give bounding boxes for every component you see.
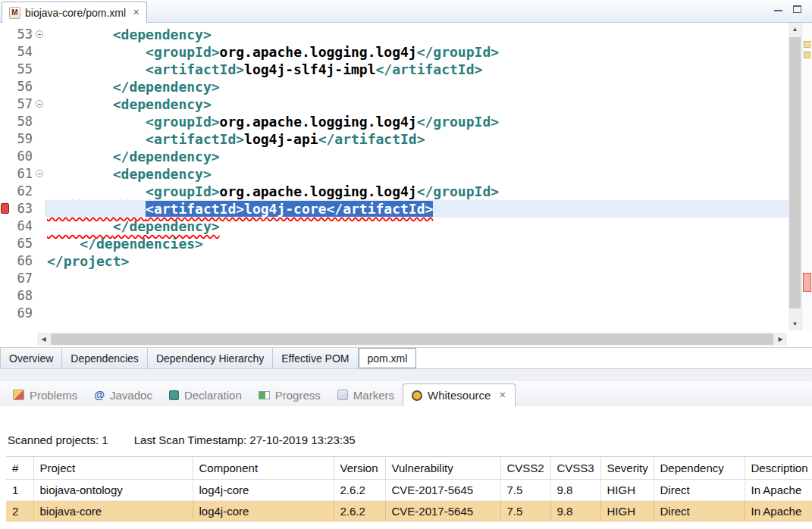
code-text[interactable] <box>45 287 788 305</box>
page-tab-effective-pom[interactable]: Effective POM <box>273 348 358 368</box>
sash-divider[interactable] <box>0 369 812 381</box>
code-text[interactable]: </dependencies> <box>45 235 788 252</box>
fold-collapse-icon[interactable] <box>36 30 43 38</box>
code-segment: </groupId> <box>417 183 499 199</box>
code-text[interactable]: <groupId>org.apache.logging.log4j</group… <box>45 43 788 61</box>
column-header-severity[interactable]: Severity <box>600 457 654 480</box>
page-tab-dependency-hierarchy[interactable]: Dependency Hierarchy <box>148 348 273 368</box>
scroll-left-arrow-icon[interactable]: ◀ <box>37 333 50 346</box>
code-line[interactable]: 55 <artifactId>log4j-slf4j-impl</artifac… <box>0 61 788 78</box>
table-cell: log4j-core <box>193 501 334 522</box>
code-line[interactable]: 63 <artifactId>log4j-core</artifactId> <box>0 200 788 218</box>
fold-collapse-icon[interactable] <box>36 100 43 108</box>
annotation-gutter <box>0 130 10 148</box>
scroll-up-arrow-icon[interactable]: ▲ <box>788 23 801 36</box>
column-header-cvss3[interactable]: CVSS3 <box>550 457 600 480</box>
code-line[interactable]: 54 <groupId>org.apache.logging.log4j</gr… <box>0 43 788 61</box>
code-segment: log4j-slf4j-impl <box>244 61 375 77</box>
code-line[interactable]: 60 </dependency> <box>0 148 788 165</box>
code-text[interactable]: <dependency> <box>45 165 788 183</box>
vertical-scroll-thumb[interactable] <box>789 37 801 308</box>
line-number: 65 <box>10 235 33 252</box>
code-segment: org.apache.logging.log4j <box>220 44 417 60</box>
line-number: 59 <box>10 130 33 148</box>
scroll-down-arrow-icon[interactable]: ▼ <box>788 318 801 330</box>
column-header-dependency[interactable]: Dependency <box>654 457 745 480</box>
code-text[interactable]: </dependency> <box>45 218 788 235</box>
horizontal-scroll-thumb[interactable] <box>51 333 773 345</box>
code-text[interactable]: </project> <box>45 252 788 270</box>
error-annotation-mark-icon[interactable] <box>803 273 811 292</box>
code-line[interactable]: 56 </dependency> <box>0 78 788 95</box>
code-line[interactable]: 58 <groupId>org.apache.logging.log4j</gr… <box>0 113 788 130</box>
code-text[interactable]: </dependency> <box>45 148 788 165</box>
fold-gutter <box>33 252 45 270</box>
page-tab-overview[interactable]: Overview <box>0 348 62 368</box>
xml-editor[interactable]: 53 <dependency>54 <groupId>org.apache.lo… <box>0 23 812 330</box>
code-text[interactable]: <artifactId>log4j-api</artifactId> <box>45 130 788 148</box>
code-line[interactable]: 57 <dependency> <box>0 95 788 113</box>
close-icon[interactable]: ✕ <box>133 8 140 17</box>
table-row[interactable]: 2biojava-corelog4j-core2.6.2CVE-2017-564… <box>6 501 812 522</box>
code-line[interactable]: 61 <dependency> <box>0 165 788 183</box>
error-marker-icon[interactable] <box>1 203 9 214</box>
column-header--[interactable]: # <box>6 457 33 480</box>
code-line[interactable]: 62 <groupId>org.apache.logging.log4j</gr… <box>0 183 788 200</box>
code-text[interactable]: <dependency> <box>45 26 788 43</box>
horizontal-scroll-track[interactable] <box>50 333 774 346</box>
annotation-gutter <box>0 165 10 183</box>
code-line[interactable]: 65 </dependencies> <box>0 235 788 252</box>
code-segment <box>47 218 113 234</box>
code-line[interactable]: 53 <dependency> <box>0 26 788 43</box>
code-line[interactable]: 59 <artifactId>log4j-api</artifactId> <box>0 130 788 148</box>
maximize-icon[interactable] <box>793 5 801 13</box>
view-tab-markers[interactable]: Markers <box>329 383 403 406</box>
page-tab-dependencies[interactable]: Dependencies <box>62 348 148 368</box>
annotation-mark-icon[interactable] <box>804 52 810 58</box>
view-tab-declaration[interactable]: Declaration <box>161 383 250 406</box>
fold-gutter <box>33 43 45 61</box>
code-text[interactable] <box>45 305 788 322</box>
vertical-scrollbar[interactable]: ▲ ▼ <box>788 23 801 330</box>
code-text[interactable]: <dependency> <box>45 95 788 113</box>
column-header-cvss2[interactable]: CVSS2 <box>500 457 550 480</box>
page-tab-pom-xml[interactable]: pom.xml <box>359 348 417 368</box>
column-header-description[interactable]: Description <box>745 457 812 480</box>
vertical-scroll-track[interactable] <box>788 36 801 318</box>
code-area[interactable]: 53 <dependency>54 <groupId>org.apache.lo… <box>0 23 788 330</box>
column-header-project[interactable]: Project <box>33 457 193 480</box>
horizontal-scrollbar[interactable]: ◀ ▶ <box>37 333 787 346</box>
line-number: 61 <box>10 165 33 183</box>
close-icon[interactable]: ✕ <box>499 390 506 400</box>
code-line[interactable]: 69 <box>0 305 788 322</box>
code-line[interactable]: 67 <box>0 270 788 287</box>
code-text[interactable]: </dependency> <box>45 78 788 95</box>
code-text[interactable]: <artifactId>log4j-slf4j-impl</artifactId… <box>45 61 788 78</box>
code-text[interactable]: <groupId>org.apache.logging.log4j</group… <box>45 113 788 130</box>
column-header-component[interactable]: Component <box>193 457 334 480</box>
table-row[interactable]: 1biojava-ontologylog4j-core2.6.2CVE-2017… <box>6 480 812 501</box>
code-line[interactable]: 68 <box>0 287 788 305</box>
code-text[interactable]: <groupId>org.apache.logging.log4j</group… <box>45 183 788 200</box>
code-line[interactable]: 66</project> <box>0 252 788 270</box>
view-tab-whitesource[interactable]: Whitesource✕ <box>403 383 516 406</box>
maven-pom-icon: M <box>9 7 20 19</box>
fold-collapse-icon[interactable] <box>36 170 43 177</box>
editor-tab-pom-xml[interactable]: M biojava-core/pom.xml ✕ <box>2 2 147 23</box>
view-tab-problems[interactable]: Problems <box>5 383 86 406</box>
annotation-gutter <box>0 26 10 43</box>
minimize-icon[interactable] <box>774 5 782 11</box>
annotation-gutter <box>0 43 10 61</box>
annotation-mark-icon[interactable] <box>804 41 810 48</box>
code-text[interactable]: <artifactId>log4j-core</artifactId> <box>45 200 788 218</box>
view-tab-javadoc[interactable]: Javadoc <box>86 383 161 406</box>
code-line[interactable]: 64 </dependency> <box>0 218 788 235</box>
view-tab-progress[interactable]: Progress <box>250 383 329 406</box>
fold-gutter <box>33 235 45 252</box>
code-text[interactable] <box>45 270 788 287</box>
column-header-version[interactable]: Version <box>334 457 385 480</box>
column-header-vulnerability[interactable]: Vulnerability <box>385 457 500 480</box>
code-segment: <artifactId> <box>146 131 244 147</box>
scroll-right-arrow-icon[interactable]: ▶ <box>774 333 787 346</box>
fold-gutter <box>33 95 45 113</box>
